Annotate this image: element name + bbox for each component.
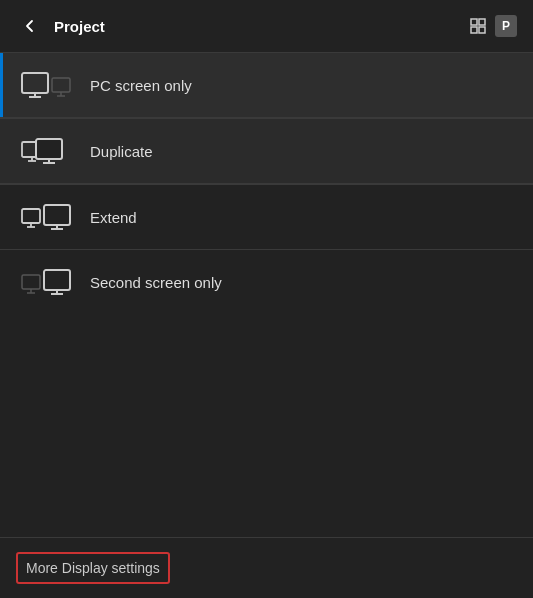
- menu-label-pc-screen-only: PC screen only: [90, 77, 192, 94]
- footer: More Display settings: [0, 537, 533, 598]
- back-button[interactable]: [16, 12, 44, 40]
- svg-rect-4: [22, 73, 48, 93]
- menu-label-second-screen-only: Second screen only: [90, 274, 222, 291]
- menu-item-duplicate[interactable]: Duplicate: [0, 119, 533, 184]
- project-panel: Project P: [0, 0, 533, 598]
- menu-item-second-screen-only[interactable]: Second screen only: [0, 250, 533, 314]
- svg-rect-13: [36, 139, 62, 159]
- svg-rect-0: [471, 19, 477, 25]
- svg-rect-25: [44, 270, 70, 290]
- menu-label-duplicate: Duplicate: [90, 143, 153, 160]
- header: Project P: [0, 0, 533, 52]
- pc-screen-only-icon: [20, 71, 72, 99]
- menu-items: PC screen only Duplicate: [0, 53, 533, 537]
- duplicate-icon: [20, 137, 72, 165]
- menu-item-pc-screen-only[interactable]: PC screen only: [0, 53, 533, 118]
- svg-rect-2: [471, 27, 477, 33]
- header-icons: P: [467, 15, 517, 37]
- svg-rect-16: [22, 209, 40, 223]
- svg-rect-1: [479, 19, 485, 25]
- menu-item-extend[interactable]: Extend: [0, 185, 533, 249]
- header-title: Project: [54, 18, 457, 35]
- svg-rect-19: [44, 205, 70, 225]
- svg-rect-22: [22, 275, 40, 289]
- grid-icon: [467, 15, 489, 37]
- spacer: [0, 314, 533, 537]
- more-display-settings-link[interactable]: More Display settings: [16, 552, 170, 584]
- menu-label-extend: Extend: [90, 209, 137, 226]
- svg-rect-3: [479, 27, 485, 33]
- svg-rect-7: [52, 78, 70, 92]
- second-screen-only-icon: [20, 268, 72, 296]
- p-icon: P: [495, 15, 517, 37]
- extend-icon: [20, 203, 72, 231]
